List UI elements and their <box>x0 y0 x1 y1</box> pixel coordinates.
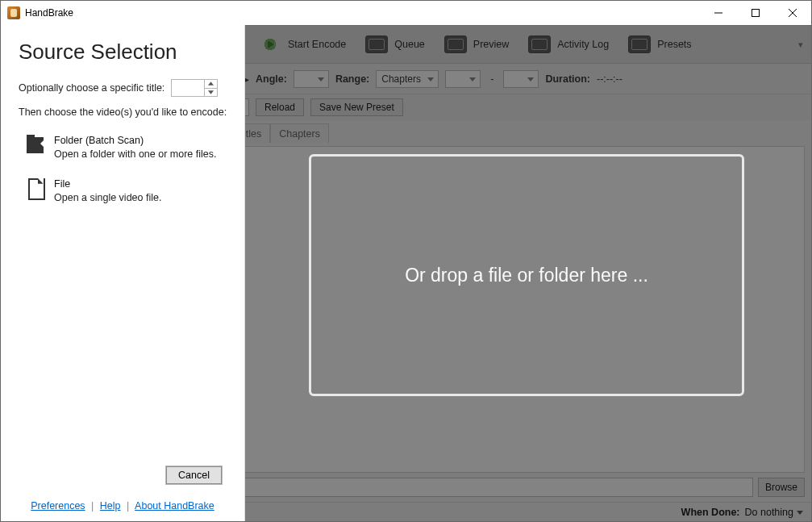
preferences-link[interactable]: Preferences <box>31 500 85 512</box>
folder-icon <box>27 134 44 155</box>
client-area: Start Encode Queue Preview Activity Log … <box>1 25 811 521</box>
minimize-button[interactable] <box>700 1 737 25</box>
specific-title-spinner[interactable] <box>171 79 218 97</box>
cancel-button[interactable]: Cancel <box>166 466 222 484</box>
app-window: HandBrake Start Encode Queue Preview Act… <box>0 0 812 522</box>
help-link[interactable]: Help <box>100 500 121 512</box>
source-option-file[interactable]: File Open a single video file. <box>19 173 228 216</box>
window-title: HandBrake <box>25 7 73 19</box>
link-sep-2: | <box>127 500 129 512</box>
svg-marker-4 <box>208 82 214 86</box>
close-button[interactable] <box>774 1 811 25</box>
panel-heading: Source Selection <box>19 40 228 65</box>
folder-option-title: Folder (Batch Scan) <box>54 134 217 148</box>
folder-option-desc: Open a folder with one or more files. <box>54 148 217 161</box>
file-option-desc: Open a single video file. <box>54 191 161 205</box>
app-icon <box>7 6 20 19</box>
file-icon <box>27 177 44 198</box>
modal-overlay <box>245 25 811 521</box>
specific-title-row: Optionally choose a specific title: <box>19 79 228 97</box>
footer-links: Preferences | Help | About HandBrake <box>17 500 228 512</box>
svg-rect-1 <box>752 10 760 17</box>
maximize-button[interactable] <box>737 1 774 25</box>
source-selection-panel: Source Selection Optionally choose a spe… <box>1 25 245 521</box>
spinner-arrows <box>204 80 217 96</box>
window-controls <box>700 1 811 25</box>
title-bar: HandBrake <box>1 1 811 25</box>
spin-up-button[interactable] <box>205 80 217 89</box>
about-link[interactable]: About HandBrake <box>135 500 214 512</box>
source-option-folder[interactable]: Folder (Batch Scan) Open a folder with o… <box>19 129 228 173</box>
spin-down-button[interactable] <box>205 89 217 97</box>
specific-title-label: Optionally choose a specific title: <box>19 82 164 94</box>
link-sep-1: | <box>91 500 94 512</box>
specific-title-input[interactable] <box>172 80 204 96</box>
choose-label: Then choose the video(s) you'd like to e… <box>19 106 228 118</box>
file-option-title: File <box>54 177 161 191</box>
svg-marker-5 <box>208 90 214 94</box>
